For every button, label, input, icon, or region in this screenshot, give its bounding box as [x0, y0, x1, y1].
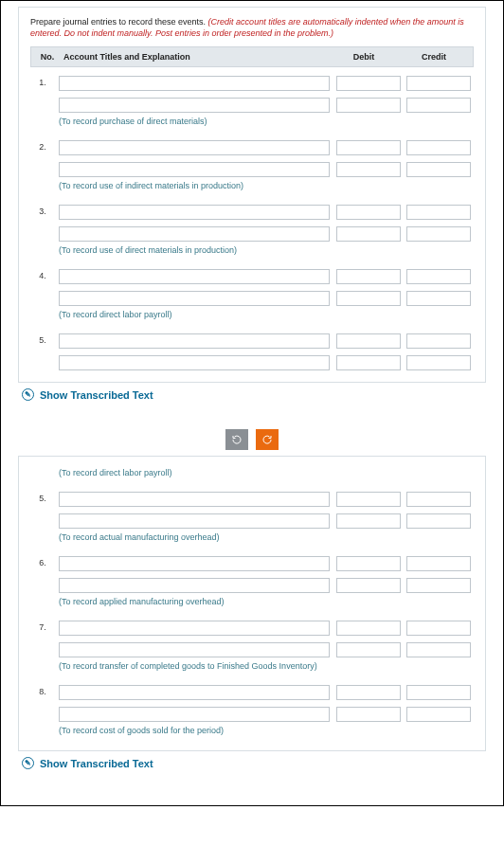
table-row: 5.: [30, 487, 474, 509]
entry-number: 5.: [30, 335, 55, 345]
entry-number: 3.: [30, 207, 55, 216]
journal-entry: 1.(To record purchase of direct material…: [30, 71, 474, 132]
debit-input[interactable]: [336, 205, 401, 220]
debit-input[interactable]: [336, 513, 401, 529]
panel2-body: 5.(To record actual manufacturing overhe…: [30, 487, 474, 741]
debit-input[interactable]: [336, 556, 401, 571]
table-row: 6.: [30, 551, 474, 573]
credit-input[interactable]: [406, 269, 471, 284]
debit-input[interactable]: [336, 226, 401, 242]
credit-input[interactable]: [406, 355, 471, 370]
entry-caption: (To record use of direct materials in pr…: [55, 245, 333, 255]
journal-entry: 5.: [30, 329, 474, 372]
account-title-input[interactable]: [59, 355, 330, 370]
page-container: Prepare journal entries to record these …: [0, 0, 504, 806]
account-title-input[interactable]: [59, 513, 330, 529]
account-title-input[interactable]: [59, 98, 330, 113]
table-row: 5.: [30, 329, 474, 351]
account-title-input[interactable]: [59, 205, 330, 220]
debit-input[interactable]: [336, 269, 401, 284]
credit-input[interactable]: [406, 621, 471, 636]
account-title-input[interactable]: [59, 685, 330, 700]
rotate-icon: [261, 434, 273, 445]
entry-caption: (To record direct labor payroll): [55, 310, 333, 319]
journal-panel-2: (To record direct labor payroll) 5.(To r…: [18, 456, 486, 751]
account-title-input[interactable]: [59, 76, 330, 91]
account-title-input[interactable]: [59, 578, 330, 593]
credit-input[interactable]: [406, 98, 471, 113]
account-title-input[interactable]: [59, 556, 330, 571]
credit-input[interactable]: [406, 642, 471, 657]
table-row: 4.: [30, 264, 474, 286]
entry-caption-row: (To record actual manufacturing overhead…: [30, 531, 474, 548]
col-debit-header: Debit: [329, 52, 399, 62]
account-title-input[interactable]: [59, 642, 330, 657]
col-credit-header: Credit: [399, 52, 469, 62]
credit-input[interactable]: [406, 556, 471, 571]
credit-input[interactable]: [406, 205, 471, 220]
entry-caption: (To record use of indirect materials in …: [55, 181, 333, 190]
show-transcribed-button-2[interactable]: ✎ Show Transcribed Text: [22, 757, 482, 769]
entry-caption-row: (To record use of indirect materials in …: [30, 179, 474, 196]
debit-input[interactable]: [336, 642, 401, 657]
rotate-button[interactable]: [256, 429, 279, 450]
entry-caption: (To record purchase of direct materials): [55, 117, 333, 126]
credit-input[interactable]: [406, 492, 471, 507]
debit-input[interactable]: [336, 162, 401, 177]
panel1-body: 1.(To record purchase of direct material…: [30, 71, 474, 372]
entry-caption-row: (To record cost of goods sold for the pe…: [30, 724, 474, 741]
debit-input[interactable]: [336, 685, 401, 700]
entry-number: 7.: [30, 622, 55, 632]
credit-input[interactable]: [406, 76, 471, 91]
credit-input[interactable]: [406, 291, 471, 306]
credit-input[interactable]: [406, 685, 471, 700]
journal-entry: 2.(To record use of indirect materials i…: [30, 135, 474, 196]
account-title-input[interactable]: [59, 333, 330, 349]
table-row: 1.: [30, 71, 474, 93]
credit-input[interactable]: [406, 226, 471, 242]
entry-caption: (To record actual manufacturing overhead…: [55, 532, 333, 542]
account-title-input[interactable]: [59, 226, 330, 242]
debit-input[interactable]: [336, 333, 401, 349]
col-no-header: No.: [35, 52, 60, 62]
table-header: No. Account Titles and Explanation Debit…: [30, 46, 474, 67]
credit-input[interactable]: [406, 333, 471, 349]
debit-input[interactable]: [336, 98, 401, 113]
panel2-top-caption: (To record direct labor payroll): [55, 468, 333, 477]
debit-input[interactable]: [336, 76, 401, 91]
transcribe-icon: ✎: [22, 388, 34, 401]
refresh-button[interactable]: [225, 429, 248, 450]
panel2-top-caption-row: (To record direct labor payroll): [30, 466, 474, 483]
debit-input[interactable]: [336, 492, 401, 507]
debit-input[interactable]: [336, 707, 401, 722]
table-row: [30, 286, 474, 308]
show-transcribed-button[interactable]: ✎ Show Transcribed Text: [22, 388, 482, 401]
debit-input[interactable]: [336, 355, 401, 370]
entry-caption: (To record transfer of completed goods t…: [55, 661, 333, 671]
credit-input[interactable]: [406, 578, 471, 593]
table-row: [30, 509, 474, 531]
debit-input[interactable]: [336, 291, 401, 306]
credit-input[interactable]: [406, 707, 471, 722]
account-title-input[interactable]: [59, 621, 330, 636]
table-row: [30, 222, 474, 243]
account-title-input[interactable]: [59, 492, 330, 507]
journal-entry: 7.(To record transfer of completed goods…: [30, 616, 474, 676]
entry-caption-row: (To record direct labor payroll): [30, 308, 474, 325]
debit-input[interactable]: [336, 621, 401, 636]
image-toolbar: [1, 429, 503, 450]
account-title-input[interactable]: [59, 140, 330, 155]
account-title-input[interactable]: [59, 291, 330, 306]
debit-input[interactable]: [336, 578, 401, 593]
debit-input[interactable]: [336, 140, 401, 155]
table-row: [30, 573, 474, 595]
journal-entry: 8.(To record cost of goods sold for the …: [30, 680, 474, 741]
account-title-input[interactable]: [59, 269, 330, 284]
credit-input[interactable]: [406, 513, 471, 529]
entry-number: 6.: [30, 558, 55, 567]
account-title-input[interactable]: [59, 162, 330, 177]
credit-input[interactable]: [406, 140, 471, 155]
account-title-input[interactable]: [59, 707, 330, 722]
entry-number: 4.: [30, 271, 55, 280]
credit-input[interactable]: [406, 162, 471, 177]
